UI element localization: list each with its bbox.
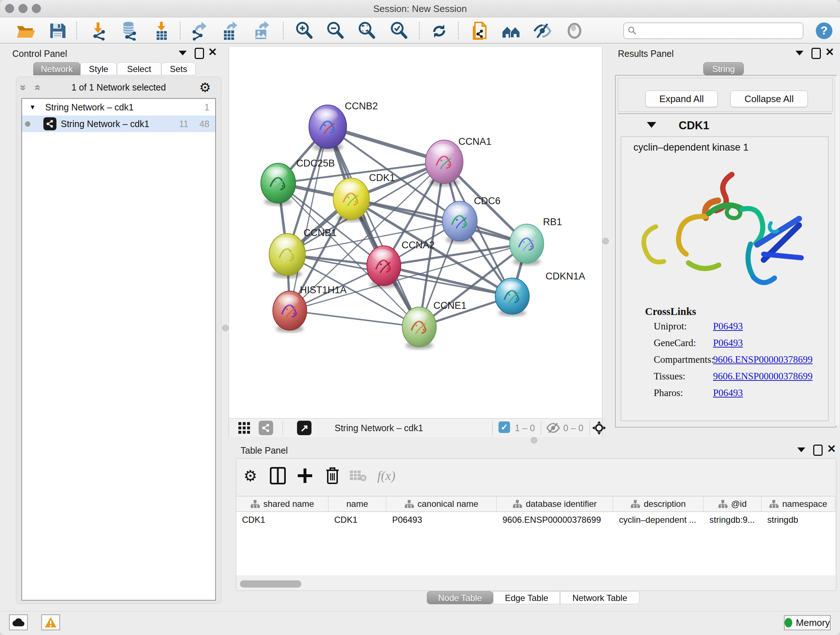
show-columns-icon[interactable] <box>268 466 287 486</box>
gene-section-header[interactable]: CDK1 <box>618 114 832 136</box>
results-scrollbar[interactable] <box>835 76 839 425</box>
search-box <box>623 22 804 39</box>
table-cell: stringdb <box>761 512 835 528</box>
save-session-button[interactable] <box>47 20 68 41</box>
network-canvas[interactable]: CCNB2CCNA1CDC25BCDK1CDC6RB1CCNB1CCNA2CDK… <box>229 47 602 418</box>
collection-expand-icon[interactable]: ▼ <box>29 103 36 111</box>
selected-count: 1 – 0 <box>515 423 535 433</box>
import-network-file-button[interactable] <box>88 20 109 41</box>
table-options-gear-icon[interactable]: ⚙ <box>240 466 260 486</box>
import-table-icon <box>152 21 172 41</box>
export-network-icon <box>190 21 210 41</box>
zoom-out-icon <box>325 21 345 41</box>
network-collection-row[interactable]: ▼ String Network – cdk1 1 <box>22 99 215 116</box>
table-cell: P06493 <box>386 512 497 528</box>
left-splitter-handle[interactable] <box>222 325 229 331</box>
add-column-icon[interactable] <box>295 466 315 486</box>
zoom-selected-button[interactable] <box>389 20 409 41</box>
crosslink-value-link[interactable]: P06493 <box>713 321 743 332</box>
zoom-out-button[interactable] <box>325 20 346 41</box>
crosslink-value-link[interactable]: 9606.ENSP00000378699 <box>713 371 813 382</box>
column-header-database-identifier[interactable]: database identifier <box>497 496 613 511</box>
column-header-shared-name[interactable]: shared name <box>236 496 328 511</box>
panel-menu-icon[interactable] <box>179 51 187 55</box>
column-header-canonical-name[interactable]: canonical name <box>386 496 497 511</box>
table-empty-area <box>236 527 835 575</box>
column-header--id[interactable]: @id <box>704 496 761 511</box>
string-home-button[interactable] <box>501 20 521 41</box>
table-row[interactable]: CDK1CDK1P064939606.ENSP00000378699cyclin… <box>236 512 835 528</box>
panel-menu-icon[interactable] <box>797 448 805 452</box>
panel-close-icon[interactable]: ✕ <box>208 48 217 57</box>
import-network-database-button[interactable] <box>118 20 139 41</box>
expand-all-button[interactable]: Expand All <box>645 90 718 107</box>
panel-float-icon[interactable] <box>812 48 821 59</box>
selected-checkbox[interactable]: ✓ <box>499 421 510 433</box>
gene-section: CDK1 cyclin–dependent kinase 1 <box>618 113 832 424</box>
svg-text:CCNB1: CCNB1 <box>303 227 337 238</box>
network-share-icon[interactable] <box>259 421 273 435</box>
delete-table-icon[interactable] <box>348 466 368 486</box>
panel-float-icon[interactable] <box>195 48 204 59</box>
function-builder-icon[interactable]: f(x) <box>377 466 396 486</box>
panel-float-icon[interactable] <box>813 445 823 456</box>
search-input[interactable] <box>640 24 801 37</box>
collection-label: String Network – cdk1 <box>45 102 134 112</box>
column-header-namespace[interactable]: namespace <box>761 496 835 511</box>
crosslink-value-link[interactable]: 9606.ENSP00000378699 <box>713 354 813 365</box>
node-RB1: RB1 <box>510 217 562 266</box>
apply-layout-button[interactable] <box>429 20 449 41</box>
column-header-name[interactable]: name <box>328 496 386 511</box>
open-session-button[interactable] <box>15 20 35 41</box>
network-view-statusbar: ↗ String Network – cdk1 ✓ 1 – 0 0 – 0 <box>229 418 602 437</box>
import-table-button[interactable] <box>152 20 172 41</box>
tab-sets[interactable]: Sets <box>161 62 196 75</box>
network-row[interactable]: String Network – cdk1 11 48 <box>22 116 215 132</box>
export-image-button[interactable] <box>252 20 272 41</box>
table-container: ⚙ f(x) shared namenamecanonical namedata… <box>236 458 836 591</box>
export-network-button[interactable] <box>189 20 210 41</box>
memory-label: Memory <box>796 617 830 629</box>
node-CCNE1: CCNE1 <box>402 300 467 349</box>
panel-close-icon[interactable]: ✕ <box>825 48 834 57</box>
warning-status-button[interactable] <box>41 614 60 630</box>
tab-select[interactable]: Select <box>117 62 161 75</box>
show-hide-button[interactable] <box>532 20 553 41</box>
svg-text:CDKN1A: CDKN1A <box>546 271 585 282</box>
tab-network[interactable]: Network <box>33 62 80 75</box>
table-horizontal-scrollbar[interactable] <box>240 580 302 587</box>
tab-edge-table[interactable]: Edge Table <box>493 591 560 604</box>
column-header-description[interactable]: description <box>613 496 704 511</box>
crosslink-value-link[interactable]: P06493 <box>713 337 743 348</box>
preview-button[interactable] <box>564 20 584 41</box>
table-panel-title: Table Panel <box>240 445 288 456</box>
panel-close-icon[interactable]: ✕ <box>827 444 836 453</box>
collapse-all-button[interactable]: Collapse All <box>730 90 808 107</box>
delete-column-icon[interactable] <box>323 466 342 486</box>
zoom-fit-button[interactable] <box>357 20 377 41</box>
tab-node-table[interactable]: Node Table <box>427 591 493 604</box>
memory-button[interactable]: Memory <box>784 615 831 630</box>
tab-string[interactable]: String <box>703 62 744 75</box>
pan-crosshair-icon[interactable] <box>592 420 607 437</box>
cloud-status-button[interactable] <box>9 614 28 630</box>
panel-menu-icon[interactable] <box>796 51 804 55</box>
string-import-button[interactable] <box>469 20 489 41</box>
birdseye-grid-icon[interactable] <box>237 421 251 435</box>
tab-style[interactable]: Style <box>80 62 117 75</box>
open-in-window-icon[interactable]: ↗ <box>297 421 311 435</box>
network-options-gear-icon[interactable]: ⚙ <box>199 80 211 95</box>
toolbar-separator <box>76 22 77 39</box>
network-node-count: 11 <box>179 119 188 129</box>
crosslink-row: Pharos:P06493 <box>654 387 820 399</box>
help-button[interactable]: ? <box>814 20 834 41</box>
crosslink-value-link[interactable]: P06493 <box>713 387 743 398</box>
network-label: String Network – cdk1 <box>61 119 149 129</box>
svg-text:HIST1H1A: HIST1H1A <box>300 285 347 295</box>
export-table-button[interactable] <box>221 20 241 41</box>
gene-collapse-icon[interactable] <box>647 122 656 128</box>
svg-text:?: ? <box>821 24 828 37</box>
zoom-in-button[interactable] <box>294 20 314 41</box>
network-graph[interactable]: CCNB2CCNA1CDC25BCDK1CDC6RB1CCNB1CCNA2CDK… <box>229 47 602 418</box>
tab-network-table[interactable]: Network Table <box>560 591 639 604</box>
